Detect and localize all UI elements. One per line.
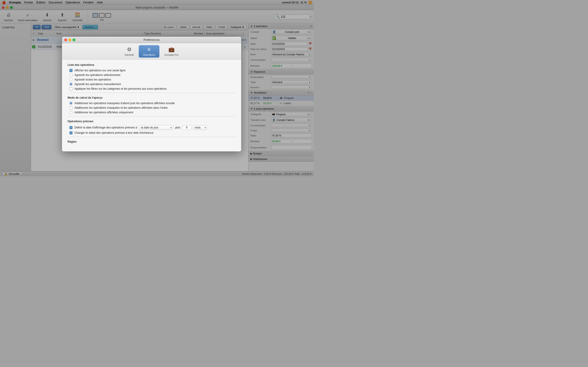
modal-toolbar: ⚙ Général ≡ Opérations 💼 iCompta Pro (62, 43, 241, 60)
general-icon: ⚙ (127, 47, 132, 52)
tab-general[interactable]: ⚙ Général (121, 45, 138, 58)
pref-opt4[interactable]: Agrandir les opérations manuellement (68, 83, 236, 86)
modal-overlay: Préférences ⚙ Général ≡ Opérations 💼 iCo… (0, 0, 314, 176)
icompta-pro-label: iCompta Pro (164, 53, 179, 56)
pref-mode1[interactable]: Additionner les opérations masquées d'ab… (68, 102, 236, 105)
tab-operations[interactable]: ≡ Opérations (139, 45, 159, 58)
section2-title: Mode de calcul de l'aperçu (68, 96, 236, 99)
mode2-radio[interactable] (69, 106, 73, 109)
modal-close-button[interactable] (64, 39, 67, 41)
modal-window-controls[interactable] (64, 39, 75, 41)
pref-opt3[interactable]: Agrandir toutes les opérations (68, 78, 236, 81)
opt4-label: Agrandir les opérations manuellement (74, 83, 121, 86)
opt3-label: Agrandir toutes les opérations (74, 78, 111, 81)
section4-title: Règles (68, 140, 236, 143)
preferences-modal: Préférences ⚙ Général ≡ Opérations 💼 iCo… (62, 37, 241, 151)
icompta-pro-icon: 💼 (168, 47, 174, 52)
modal-minimize-button[interactable] (69, 39, 71, 41)
prev1-dropdown-value: la date du jour (141, 126, 158, 129)
prev1-unit-dropdown[interactable]: mois ▼ (193, 125, 207, 130)
opt4-radio[interactable] (69, 83, 73, 86)
pref-opt1[interactable]: ✓ Afficher les opérations sur une seule … (68, 69, 236, 72)
opt1-checkbox[interactable]: ✓ (69, 69, 73, 72)
modal-title: Préférences (144, 38, 160, 42)
prev1-val-input[interactable] (182, 125, 191, 130)
prev1-plus-label: plus (175, 126, 180, 129)
pref-mode2[interactable]: Additionner les opérations masquées et l… (68, 106, 236, 109)
modal-titlebar: Préférences (62, 37, 241, 43)
opt2-label: Agrandir les opérations sélectionnées (74, 73, 120, 77)
general-label: Général (125, 53, 134, 56)
opt1-label: Afficher les opérations sur une seule li… (74, 69, 126, 72)
prev1-unit-arrow: ▼ (204, 126, 206, 129)
pref-mode3[interactable]: Additionner les opérations affichées uni… (68, 111, 236, 114)
mode3-radio[interactable] (69, 111, 73, 114)
mode2-label: Additionner les opérations masquées et l… (74, 106, 168, 109)
opt5-checkbox[interactable] (69, 87, 73, 90)
prev2-checkbox[interactable]: ✓ (69, 131, 73, 134)
prev1-unit-value: mois (195, 126, 200, 129)
opt3-radio[interactable] (69, 78, 73, 81)
prev1-dropdown-arrow: ▼ (170, 126, 172, 129)
mode3-label: Additionner les opérations affichées uni… (74, 111, 133, 114)
pref-opt2[interactable]: Agrandir les opérations sélectionnées (68, 73, 236, 77)
operations-icon: ≡ (148, 47, 151, 52)
opt2-radio[interactable] (69, 73, 73, 77)
operations-label: Opérations (143, 53, 155, 56)
pref-prev2[interactable]: ✓ Changer le statut des opérations prévu… (68, 131, 236, 134)
pref-opt5[interactable]: Appliquer les filtres sur les catégories… (68, 87, 236, 90)
prev1-text: Définir la date d'affichage des opératio… (74, 126, 137, 129)
prev2-label: Changer le statut des opérations prévues… (74, 131, 153, 134)
prev1-checkbox[interactable]: ✓ (69, 126, 73, 129)
modal-content: Liste des opérations ✓ Afficher les opér… (62, 60, 241, 151)
mode1-label: Additionner les opérations masquées d'ab… (74, 102, 175, 105)
tab-icompta-pro[interactable]: 💼 iCompta Pro (160, 45, 183, 58)
opt5-label: Appliquer les filtres sur les catégories… (74, 87, 167, 90)
prev1-dropdown[interactable]: la date du jour ▼ (139, 125, 173, 130)
mode1-radio[interactable] (69, 102, 73, 105)
pref-prev1: ✓ Définir la date d'affichage des opérat… (68, 125, 236, 130)
section3-title: Opérations prévues (68, 120, 236, 123)
section1-title: Liste des opérations (68, 63, 236, 67)
modal-maximize-button[interactable] (73, 39, 75, 41)
